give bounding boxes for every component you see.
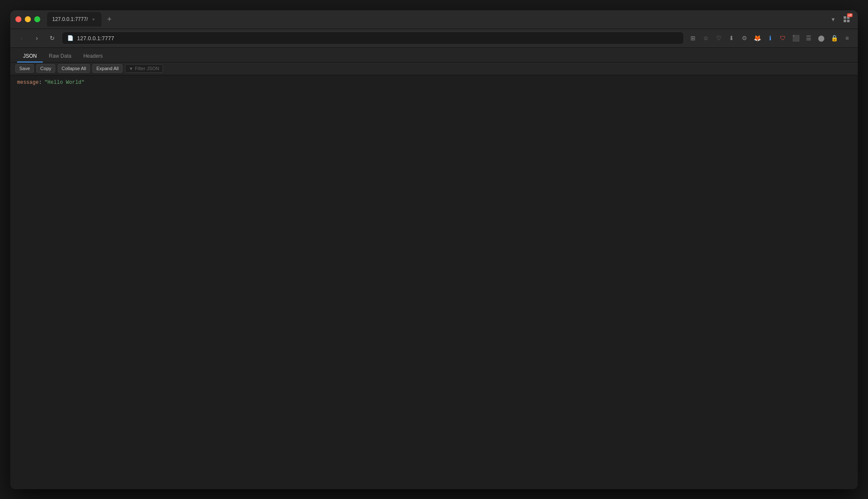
title-bar-controls: ▾ off [827,13,853,25]
menu-icon[interactable]: ≡ [841,32,853,44]
info-icon[interactable]: ℹ [764,32,776,44]
apps-icon[interactable]: ⊞ [687,32,699,44]
save-button[interactable]: Save [15,64,34,73]
active-tab[interactable]: 127.0.0.1:7777/ × [47,12,101,27]
close-button[interactable] [15,16,21,22]
json-content: message : "Hello World" [10,75,858,489]
svg-rect-0 [844,16,846,19]
picture-in-picture-icon[interactable]: ⬤ [816,32,827,44]
address-text: 127.0.0.1:7777 [77,35,114,41]
ublock-icon[interactable]: ⬛ [790,32,801,44]
nav-toolbar: ⊞ ☆ ♡ ⬇ ⚙ 🦊 ℹ 🛡 ⬛ ☰ ⬤ 🔒 ≡ [687,32,853,44]
titlebar-dropdown-button[interactable]: ▾ [827,13,839,25]
tab-title: 127.0.0.1:7777/ [52,16,88,22]
filter-json-label: Filter JSON [135,66,159,71]
lock-icon[interactable]: 🔒 [829,32,840,44]
pocket-icon[interactable]: ♡ [713,32,724,44]
download-icon[interactable]: ⬇ [726,32,737,44]
new-tab-button[interactable]: + [103,13,115,25]
back-button[interactable]: ‹ [15,32,27,44]
json-colon: : [39,79,42,87]
maximize-button[interactable] [34,16,40,22]
firefox-icon[interactable]: 🦊 [752,32,763,44]
dev-tools-icon[interactable]: ⚙ [739,32,750,44]
page-icon: 📄 [67,35,74,41]
filter-json-input[interactable]: ▼ Filter JSON [125,64,163,73]
forward-button[interactable]: › [31,32,43,44]
tab-json[interactable]: JSON [17,50,43,62]
traffic-lights [15,16,40,22]
json-value: "Hello World" [45,79,85,87]
reload-button[interactable]: ↻ [46,32,58,44]
svg-rect-3 [847,20,850,22]
titlebar-extensions-button[interactable]: off [841,13,853,25]
tab-area: 127.0.0.1:7777/ × + [47,12,823,27]
address-bar[interactable]: 📄 127.0.0.1:7777 [62,32,684,44]
svg-rect-2 [844,20,846,22]
browser-window: 127.0.0.1:7777/ × + ▾ off ‹ › ↻ 📄 [10,10,858,489]
collapse-all-button[interactable]: Collapse All [58,64,90,73]
minimize-button[interactable] [25,16,31,22]
filter-icon: ▼ [129,66,133,71]
badge: off [847,13,853,17]
nav-bar: ‹ › ↻ 📄 127.0.0.1:7777 ⊞ ☆ ♡ ⬇ ⚙ 🦊 ℹ 🛡 ⬛… [10,29,858,48]
tab-close-button[interactable]: × [90,16,96,22]
json-toolbar: Save Copy Collapse All Expand All ▼ Filt… [10,62,858,75]
copy-button[interactable]: Copy [36,64,55,73]
bookmark-icon[interactable]: ☆ [700,32,711,44]
reader-view-icon[interactable]: ☰ [803,32,814,44]
tab-headers[interactable]: Headers [77,50,109,62]
content-tabs: JSON Raw Data Headers [10,48,858,62]
title-bar: 127.0.0.1:7777/ × + ▾ off [10,10,858,29]
json-row: message : "Hello World" [17,79,851,87]
expand-all-button[interactable]: Expand All [92,64,122,73]
tab-raw-data[interactable]: Raw Data [43,50,77,62]
shield-icon[interactable]: 🛡 [777,32,788,44]
json-key: message [17,79,39,87]
